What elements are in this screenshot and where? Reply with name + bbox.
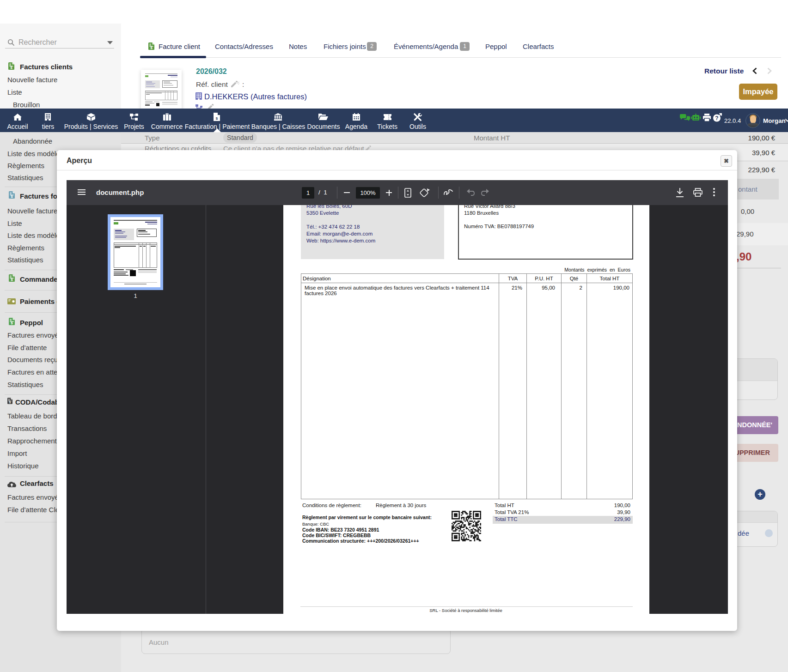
svg-text:$: $: [216, 116, 218, 121]
svg-text:$: $: [9, 400, 11, 404]
svg-text:?: ?: [715, 115, 718, 121]
